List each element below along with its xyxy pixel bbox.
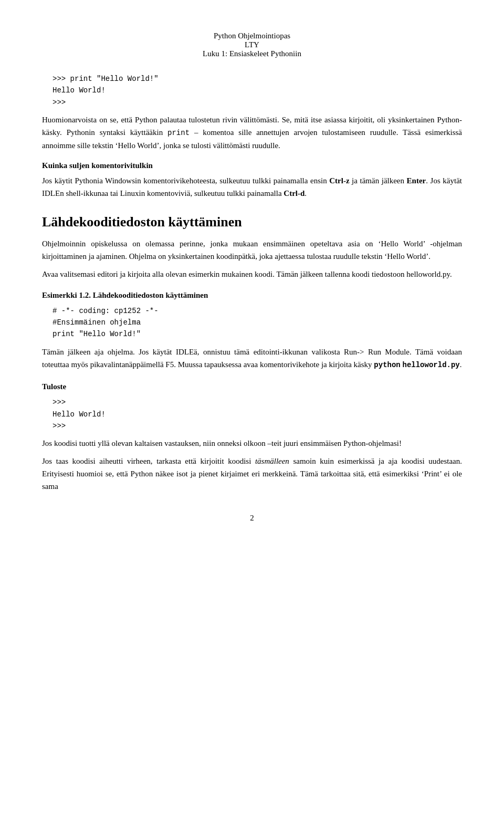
- header-line2: LTY: [42, 40, 462, 49]
- after-example-code1: python: [374, 361, 400, 369]
- section1-text-mid: ja tämän jälkeen: [350, 176, 407, 185]
- tuloste-code-line3: >>>: [52, 420, 462, 432]
- page: Python Ohjelmointiopas LTY Luku 1: Ensia…: [0, 0, 504, 834]
- paragraph-1: Huomionarvoista on se, että Python palau…: [42, 113, 462, 151]
- example-code-line2: #Ensimmäinen ohjelma: [52, 317, 462, 328]
- intro-code-line3: >>>: [52, 97, 462, 108]
- header-line3: Luku 1: Ensiaskeleet Pythoniin: [42, 49, 462, 58]
- section1-text-before: Jos käytit Pythonia Windowsin komentoriv…: [42, 176, 329, 185]
- ctrl-d-text: Ctrl-d: [284, 189, 304, 197]
- tuloste-code-block: >>> Hello World! >>>: [52, 397, 462, 432]
- example-code-block: # -*- coding: cp1252 -*- #Ensimmäinen oh…: [52, 305, 462, 340]
- tuloste-code-line2: Hello World!: [52, 409, 462, 420]
- para1-inline-code: print: [167, 129, 190, 137]
- tuloste-para2-italic: täsmälleen: [255, 457, 289, 465]
- intro-code-line2: Hello World!: [52, 85, 462, 96]
- page-header: Python Ohjelmointiopas LTY Luku 1: Ensia…: [42, 32, 462, 58]
- big-heading: Lähdekooditiedoston käyttäminen: [42, 214, 462, 230]
- header-line1: Python Ohjelmointiopas: [42, 32, 462, 40]
- ctrl-z-text: Ctrl-z: [329, 176, 349, 185]
- page-number: 2: [42, 514, 462, 523]
- intro-code-block: >>> print "Hello World!" Hello World! >>…: [52, 73, 462, 108]
- example-heading: Esimerkki 1.2. Lähdekooditiedoston käytt…: [42, 291, 462, 300]
- tuloste-para2-before: Jos taas koodisi aiheutti virheen, tarka…: [42, 457, 255, 465]
- section1-text-final: .: [304, 189, 307, 197]
- after-example-text-end: .: [460, 360, 462, 369]
- section1-heading: Kuinka suljen komentorivitulkin: [42, 161, 462, 170]
- tuloste-paragraph2: Jos taas koodisi aiheutti virheen, tarka…: [42, 455, 462, 493]
- after-example-paragraph: Tämän jälkeen aja ohjelma. Jos käytät ID…: [42, 346, 462, 371]
- big-heading-para2: Avaa valitsemasi editori ja kirjoita all…: [42, 268, 462, 280]
- tuloste-code-line1: >>>: [52, 397, 462, 408]
- example-code-line3: print "Hello World!": [52, 328, 462, 340]
- tuloste-paragraph1: Jos koodisi tuotti yllä olevan kaltaisen…: [42, 437, 462, 450]
- after-example-code2: helloworld.py: [403, 361, 460, 369]
- section1-paragraph: Jos käytit Pythonia Windowsin komentoriv…: [42, 174, 462, 200]
- enter-text: Enter: [407, 176, 426, 185]
- tuloste-heading: Tuloste: [42, 382, 462, 391]
- example-code-line1: # -*- coding: cp1252 -*-: [52, 305, 462, 317]
- big-heading-para1: Ohjelmoinnin opiskelussa on olemassa per…: [42, 237, 462, 263]
- intro-code-line1: >>> print "Hello World!": [52, 73, 462, 85]
